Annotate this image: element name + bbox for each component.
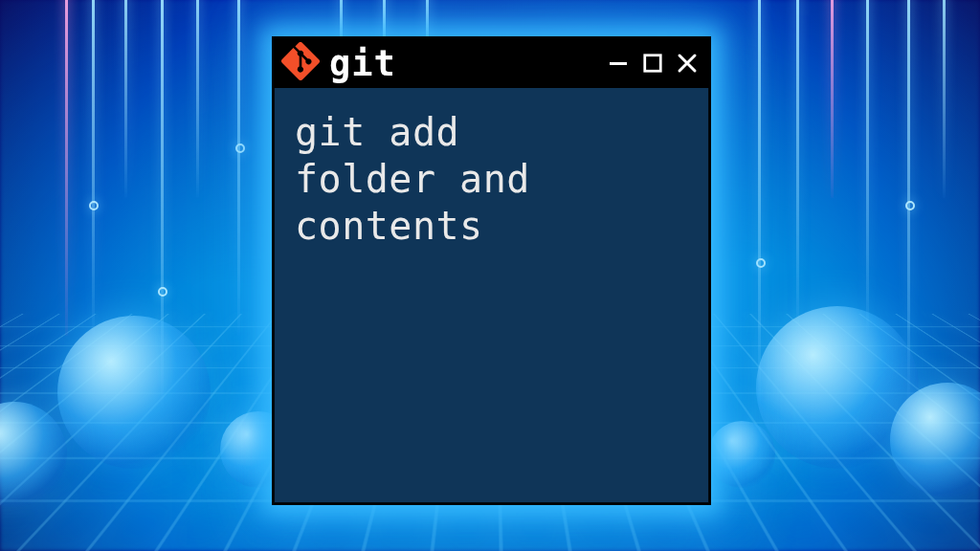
neon-line — [796, 0, 799, 336]
git-logo-icon — [281, 42, 320, 84]
circuit-node — [235, 143, 245, 153]
window-controls — [606, 51, 700, 76]
neon-line — [124, 0, 127, 198]
glow-orb — [57, 316, 211, 469]
neon-line — [866, 0, 869, 336]
close-button[interactable] — [675, 51, 700, 76]
neon-line — [758, 0, 761, 408]
neon-line — [92, 0, 95, 336]
neon-line — [943, 0, 946, 198]
brand-title: git — [329, 46, 396, 81]
neon-line — [65, 0, 68, 336]
maximize-button[interactable] — [640, 51, 665, 76]
circuit-node — [756, 258, 766, 268]
circuit-node — [158, 287, 167, 297]
brand: git — [281, 42, 396, 84]
neon-line — [196, 0, 199, 198]
svg-rect-0 — [610, 62, 627, 65]
neon-line — [237, 0, 240, 336]
terminal-window: git git add folder and contents — [272, 36, 711, 505]
titlebar[interactable]: git — [274, 38, 709, 88]
terminal-content: git add folder and contents — [274, 88, 709, 268]
glow-orb — [708, 421, 775, 488]
circuit-node — [905, 201, 915, 210]
minimize-button[interactable] — [606, 51, 631, 76]
svg-rect-1 — [645, 55, 661, 72]
circuit-node — [89, 201, 99, 210]
neon-line — [831, 0, 834, 198]
